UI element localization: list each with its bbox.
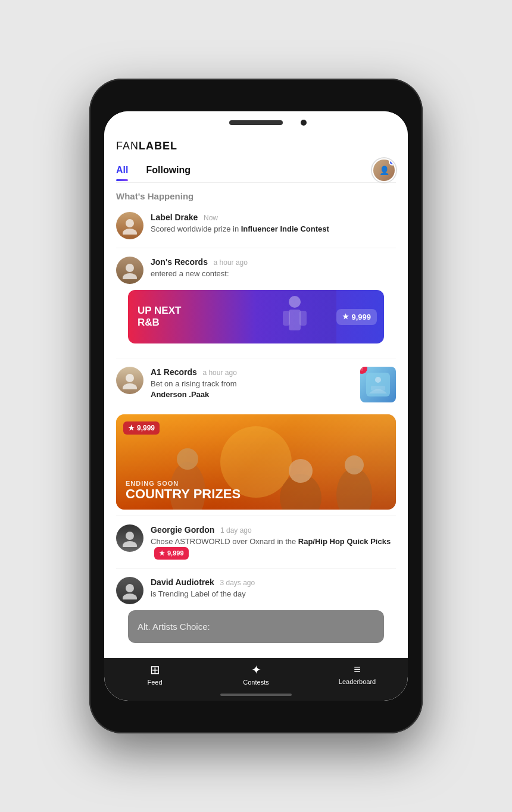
feed-georgie-contest: Rap/Hip Hop Quick Picks xyxy=(298,537,391,546)
phone-screen: FANLABEL All Following 👤 What's Happenin… xyxy=(104,111,408,701)
feed-icon: ⊞ xyxy=(150,663,160,677)
contest-card-rnb-score: ★ 9,999 xyxy=(336,309,377,325)
feed-name-georgie-gordon: Georgie Gordon xyxy=(151,525,214,535)
phone-top-bar xyxy=(104,111,408,134)
country-score-val: 9,999 xyxy=(137,424,155,432)
svg-rect-5 xyxy=(289,310,301,330)
svg-point-24 xyxy=(123,594,137,599)
svg-point-22 xyxy=(123,541,137,547)
divider-2 xyxy=(116,358,396,358)
feed-artist-a1: Anderson .Paak xyxy=(151,390,209,399)
country-prizes-banner[interactable]: ★ 9,999 ENDING SOON COUNTRY PRIZES xyxy=(116,414,396,510)
feed-item-david-audiotrek: David Audiotrek 3 days ago is Trending L… xyxy=(104,571,408,655)
logo-fan: FAN xyxy=(116,140,139,152)
feed-item-georgie-gordon: Georgie Gordon 1 day ago Chose ASTROWORL… xyxy=(104,519,408,566)
feed-name-david-audiotrek: David Audiotrek xyxy=(151,577,214,587)
svg-point-4 xyxy=(289,296,301,308)
avatar-a1-records-img xyxy=(116,367,143,394)
feed-time-david-audiotrek: 3 days ago xyxy=(220,579,255,587)
feed-georgie-action: Chose ASTROWORLD over Oxnard in the Rap/… xyxy=(151,536,396,560)
country-score-badge: ★ 9,999 xyxy=(123,421,160,435)
section-title-whats-happening: What's Happening xyxy=(104,183,408,206)
nav-item-contests[interactable]: ✦ Contests xyxy=(205,663,307,686)
divider-3 xyxy=(116,516,396,516)
avatar-georgie-gordon[interactable] xyxy=(116,524,143,552)
avatar-jons-records[interactable] xyxy=(116,257,143,284)
svg-point-9 xyxy=(123,383,137,389)
feed-text-david-audiotrek: David Audiotrek 3 days ago is Trending L… xyxy=(151,577,396,599)
svg-point-21 xyxy=(126,532,134,540)
svg-point-0 xyxy=(126,219,134,227)
partial-card-text: Alt. Artists Choice: xyxy=(138,622,210,632)
phone-shell: FANLABEL All Following 👤 What's Happenin… xyxy=(89,79,423,733)
nav-item-feed[interactable]: ⊞ Feed xyxy=(104,663,205,686)
feed-text-jons-records: Jon's Records a hour ago entered a new c… xyxy=(151,257,396,279)
avatar-georgie-gordon-img xyxy=(116,524,143,552)
nav-item-leaderboard[interactable]: ≡ Leaderboard xyxy=(307,663,408,685)
svg-point-23 xyxy=(126,584,134,592)
leaderboard-icon: ≡ xyxy=(354,663,361,676)
speaker-notch xyxy=(229,120,283,125)
camera-notch xyxy=(301,120,307,126)
country-card-overlay: ENDING SOON COUNTRY PRIZES xyxy=(116,471,396,510)
feed-time-a1-records: a hour ago xyxy=(202,368,236,377)
avatar-david-audiotrek[interactable] xyxy=(116,577,143,604)
feed-contest-label-drake: Influencer Indie Contest xyxy=(241,224,329,233)
svg-point-16 xyxy=(177,448,198,470)
feed-time-label-drake: Now xyxy=(204,214,218,222)
nav-label-feed: Feed xyxy=(147,679,162,686)
app-logo: FANLABEL xyxy=(116,140,396,152)
georgie-score-val: 9,999 xyxy=(167,549,184,558)
country-card-bg: ★ 9,999 ENDING SOON COUNTRY PRIZES xyxy=(116,414,396,510)
contests-icon: ✦ xyxy=(251,663,261,677)
notification-dot xyxy=(389,158,396,165)
country-title: COUNTRY PRIZES xyxy=(126,487,386,501)
feed-bet-text: Bet on a rising track from xyxy=(151,379,353,389)
svg-point-3 xyxy=(123,273,137,279)
star-icon-country: ★ xyxy=(128,424,135,432)
feed-content: What's Happening Label Drake Now Sco xyxy=(104,183,408,701)
feed-item-jons-records: Jon's Records a hour ago entered a new c… xyxy=(104,251,408,355)
bottom-nav: ⊞ Feed ✦ Contests ≡ Leaderboard xyxy=(104,658,408,701)
feed-name-jons-records: Jon's Records xyxy=(151,257,208,267)
nav-label-contests: Contests xyxy=(243,679,269,686)
star-icon-georgie: ★ xyxy=(159,549,165,558)
tab-all[interactable]: All xyxy=(116,160,128,180)
avatar-david-audiotrek-img xyxy=(116,577,143,604)
avatar-label-drake-img xyxy=(116,212,143,239)
home-indicator xyxy=(220,694,292,696)
partial-card-alt-artists[interactable]: Alt. Artists Choice: xyxy=(128,610,384,643)
svg-point-8 xyxy=(126,374,134,382)
feed-text-georgie-gordon: Georgie Gordon 1 day ago Chose ASTROWORL… xyxy=(151,524,396,560)
tab-following[interactable]: Following xyxy=(146,160,191,180)
contest-card-rnb-score-val: 9,999 xyxy=(351,313,371,321)
app-header: FANLABEL All Following 👤 xyxy=(104,134,408,183)
avatar-a1-records[interactable] xyxy=(116,367,143,394)
georgie-score-badge: ★ 9,999 xyxy=(154,547,189,560)
feed-text-label-drake: Label Drake Now Scored worldwide prize i… xyxy=(151,212,396,235)
feed-item-label-drake: Label Drake Now Scored worldwide prize i… xyxy=(104,206,408,245)
svg-point-2 xyxy=(126,264,134,272)
feed-david-action: is Trending Label of the day xyxy=(151,589,396,599)
feed-text-a1-records: A1 Records a hour ago Bet on a rising tr… xyxy=(151,367,353,400)
avatar-label-drake[interactable] xyxy=(116,212,143,239)
feed-item-a1-records: A1 Records a hour ago Bet on a rising tr… xyxy=(104,361,408,408)
divider-4 xyxy=(116,568,396,569)
user-avatar[interactable]: 👤 xyxy=(372,158,396,182)
star-icon-rnb: ★ xyxy=(342,313,349,321)
feed-entered-contest: entered a new contest: xyxy=(151,268,396,279)
tab-bar: All Following 👤 xyxy=(116,158,396,183)
divider-1 xyxy=(116,248,396,248)
country-ending-label: ENDING SOON xyxy=(126,480,386,487)
contest-card-rnb-art xyxy=(253,290,336,343)
bet-thumbnail-anderson[interactable]: ↑ xyxy=(360,367,396,402)
contest-card-rnb[interactable]: UP NEXT R&B ★ 9,999 xyxy=(128,290,384,343)
feed-name-label-drake: Label Drake xyxy=(151,213,198,222)
feed-time-georgie-gordon: 1 day ago xyxy=(220,526,252,535)
svg-point-11 xyxy=(375,377,381,383)
svg-rect-6 xyxy=(283,311,290,326)
svg-rect-12 xyxy=(371,386,385,391)
svg-rect-7 xyxy=(299,311,307,326)
nav-label-leaderboard: Leaderboard xyxy=(339,678,376,685)
svg-point-1 xyxy=(123,229,137,235)
